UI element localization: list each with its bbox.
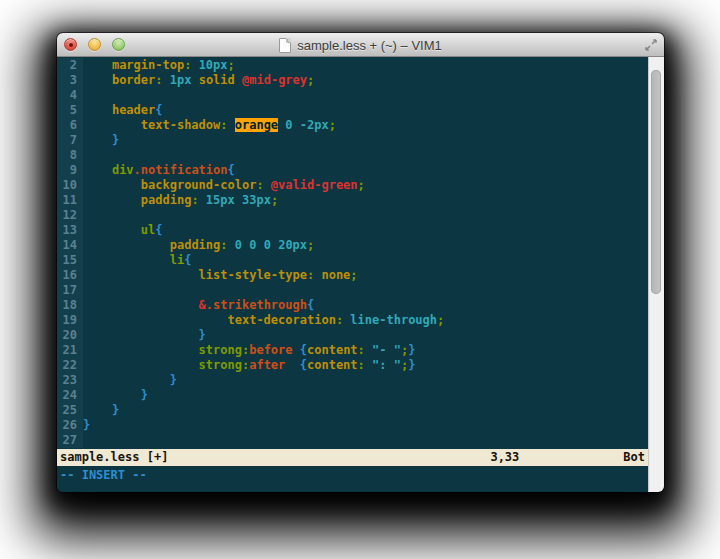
- vim-window: sample.less + (~) – VIM1 2 margin-top: 1…: [57, 33, 664, 492]
- line-number: 21: [57, 343, 83, 358]
- code-text: text-decoration: line-through;: [83, 313, 648, 328]
- code-line[interactable]: 22 strong:after {content: ": ";}: [57, 358, 648, 373]
- code-line[interactable]: 18 &.strikethrough{: [57, 298, 648, 313]
- code-line[interactable]: 2 margin-top: 10px;: [57, 58, 648, 73]
- statusline-scroll-indicator: Bot: [623, 449, 645, 466]
- line-number: 10: [57, 178, 83, 193]
- code-text: [83, 88, 648, 103]
- statusline-cursor-position: 3,33: [490, 449, 519, 466]
- code-text: [83, 283, 648, 298]
- code-line[interactable]: 26}: [57, 418, 648, 433]
- code-line[interactable]: 17: [57, 283, 648, 298]
- line-number: 14: [57, 238, 83, 253]
- code-text: background-color: @valid-green;: [83, 178, 648, 193]
- title-bar[interactable]: sample.less + (~) – VIM1: [57, 33, 664, 57]
- document-icon: [279, 38, 291, 53]
- code-text: &.strikethrough{: [83, 298, 648, 313]
- line-number: 2: [57, 58, 83, 73]
- line-number: 9: [57, 163, 83, 178]
- code-text: }: [83, 388, 648, 403]
- code-text: li{: [83, 253, 648, 268]
- code-line[interactable]: 24 }: [57, 388, 648, 403]
- code-line[interactable]: 15 li{: [57, 253, 648, 268]
- line-number: 16: [57, 268, 83, 283]
- code-line[interactable]: 8: [57, 148, 648, 163]
- line-number: 25: [57, 403, 83, 418]
- desktop: sample.less + (~) – VIM1 2 margin-top: 1…: [0, 0, 720, 559]
- code-text: }: [83, 418, 648, 433]
- code-line[interactable]: 14 padding: 0 0 0 20px;: [57, 238, 648, 253]
- code-lines[interactable]: 2 margin-top: 10px;3 border: 1px solid @…: [57, 57, 648, 449]
- line-number: 12: [57, 208, 83, 223]
- code-text: text-shadow: orange 0 -2px;: [83, 118, 648, 133]
- line-number: 22: [57, 358, 83, 373]
- vim-mode-indicator: -- INSERT --: [57, 466, 648, 492]
- code-text: [83, 148, 648, 163]
- vertical-scrollbar[interactable]: [648, 57, 664, 492]
- statusline-spacer: [168, 449, 490, 466]
- line-number: 11: [57, 193, 83, 208]
- line-number: 4: [57, 88, 83, 103]
- code-line[interactable]: 19 text-decoration: line-through;: [57, 313, 648, 328]
- code-text: strong:before {content: "- ";}: [83, 343, 648, 358]
- code-text: header{: [83, 103, 648, 118]
- line-number: 5: [57, 103, 83, 118]
- code-line[interactable]: 12: [57, 208, 648, 223]
- window-body: 2 margin-top: 10px;3 border: 1px solid @…: [57, 57, 664, 492]
- line-number: 17: [57, 283, 83, 298]
- code-line[interactable]: 10 background-color: @valid-green;: [57, 178, 648, 193]
- code-text: }: [83, 373, 648, 388]
- statusline-gap: [519, 449, 623, 466]
- line-number: 8: [57, 148, 83, 163]
- code-text: [83, 208, 648, 223]
- code-line[interactable]: 21 strong:before {content: "- ";}: [57, 343, 648, 358]
- code-line[interactable]: 25 }: [57, 403, 648, 418]
- code-text: list-style-type: none;: [83, 268, 648, 283]
- code-line[interactable]: 4: [57, 88, 648, 103]
- line-number: 20: [57, 328, 83, 343]
- line-number: 6: [57, 118, 83, 133]
- line-number: 19: [57, 313, 83, 328]
- line-number: 27: [57, 433, 83, 448]
- statusline-filename: sample.less [+]: [60, 449, 168, 466]
- code-text: }: [83, 328, 648, 343]
- code-text: border: 1px solid @mid-grey;: [83, 73, 648, 88]
- window-title-group: sample.less + (~) – VIM1: [57, 33, 664, 57]
- line-number: 13: [57, 223, 83, 238]
- code-text: padding: 0 0 0 20px;: [83, 238, 648, 253]
- line-number: 23: [57, 373, 83, 388]
- code-line[interactable]: 6 text-shadow: orange 0 -2px;: [57, 118, 648, 133]
- code-line[interactable]: 23 }: [57, 373, 648, 388]
- fullscreen-icon[interactable]: [644, 38, 658, 52]
- line-number: 26: [57, 418, 83, 433]
- code-line[interactable]: 7 }: [57, 133, 648, 148]
- window-title: sample.less + (~) – VIM1: [297, 38, 442, 53]
- code-line[interactable]: 13 ul{: [57, 223, 648, 238]
- code-text: strong:after {content: ": ";}: [83, 358, 648, 373]
- line-number: 24: [57, 388, 83, 403]
- code-line[interactable]: 16 list-style-type: none;: [57, 268, 648, 283]
- code-line[interactable]: 27: [57, 433, 648, 448]
- line-number: 3: [57, 73, 83, 88]
- line-number: 7: [57, 133, 83, 148]
- line-number: 18: [57, 298, 83, 313]
- code-line[interactable]: 20 }: [57, 328, 648, 343]
- scrollbar-thumb[interactable]: [651, 70, 661, 294]
- code-text: [83, 433, 648, 448]
- line-number: 15: [57, 253, 83, 268]
- vim-statusline: sample.less [+] 3,33 Bot: [57, 449, 648, 466]
- code-line[interactable]: 9 div.notification{: [57, 163, 648, 178]
- code-text: div.notification{: [83, 163, 648, 178]
- code-text: }: [83, 403, 648, 418]
- code-line[interactable]: 5 header{: [57, 103, 648, 118]
- code-text: margin-top: 10px;: [83, 58, 648, 73]
- code-line[interactable]: 3 border: 1px solid @mid-grey;: [57, 73, 648, 88]
- code-text: ul{: [83, 223, 648, 238]
- code-text: }: [83, 133, 648, 148]
- code-text: padding: 15px 33px;: [83, 193, 648, 208]
- code-line[interactable]: 11 padding: 15px 33px;: [57, 193, 648, 208]
- editor-pane: 2 margin-top: 10px;3 border: 1px solid @…: [57, 57, 648, 492]
